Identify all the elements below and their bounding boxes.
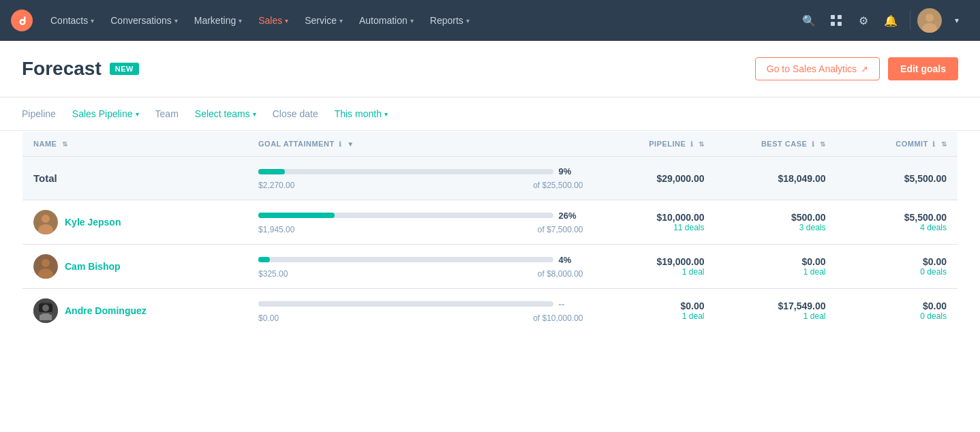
hubspot-logo[interactable] bbox=[11, 10, 33, 31]
table-row: Andre Dominguez -- $0.00 of $ bbox=[22, 289, 958, 333]
forecast-table-wrapper: NAME ⇅ GOAL ATTAINMENT ℹ ▼ PIPELINE ℹ ⇅ … bbox=[0, 131, 980, 355]
nav-item-marketing[interactable]: Marketing ▾ bbox=[187, 10, 249, 31]
chevron-down-icon: ▾ bbox=[285, 17, 288, 25]
total-goal-sub: $2,270.00 of $25,500.00 bbox=[258, 181, 583, 190]
cam-best-case-deals[interactable]: 1 deal bbox=[726, 267, 826, 277]
kyle-pipeline-value: $10,000.00 bbox=[605, 212, 705, 223]
page-title: Forecast bbox=[22, 58, 102, 80]
team-dropdown[interactable]: Select teams ▾ bbox=[195, 108, 256, 119]
grid-icon[interactable] bbox=[824, 8, 848, 33]
kyle-best-case-cell: $500.00 3 deals bbox=[716, 200, 837, 245]
nav-item-contacts[interactable]: Contacts ▾ bbox=[44, 10, 101, 31]
avatar bbox=[33, 210, 58, 234]
cam-pipeline-deals[interactable]: 1 deal bbox=[605, 267, 705, 277]
andre-best-case-cell: $17,549.00 1 deal bbox=[716, 289, 837, 333]
cam-pipeline-value: $19,000.00 bbox=[605, 256, 705, 267]
kyle-goal-bar-row: 26% bbox=[258, 211, 583, 221]
cam-goal-bar-row: 4% bbox=[258, 255, 583, 265]
chevron-down-icon: ▾ bbox=[239, 17, 242, 25]
page-title-area: Forecast NEW bbox=[22, 58, 139, 80]
kyle-pipeline-deals[interactable]: 11 deals bbox=[605, 223, 705, 232]
chevron-down-icon: ▾ bbox=[136, 110, 139, 118]
total-commit-value: $5,500.00 bbox=[847, 173, 947, 184]
svg-rect-15 bbox=[40, 303, 51, 304]
total-best-case-cell: $18,049.00 bbox=[716, 157, 837, 200]
user-menu-chevron[interactable]: ▾ bbox=[945, 8, 969, 33]
andre-pipeline-deals[interactable]: 1 deal bbox=[605, 311, 705, 321]
total-goal-bar-container bbox=[258, 169, 553, 174]
col-header-commit: COMMIT ℹ ⇅ bbox=[836, 132, 958, 157]
svg-rect-2 bbox=[838, 15, 842, 19]
total-commit-cell: $5,500.00 bbox=[836, 157, 958, 200]
chevron-down-icon: ▾ bbox=[174, 17, 178, 25]
kyle-commit-deals[interactable]: 4 deals bbox=[847, 223, 947, 232]
cam-goal-bar-fill bbox=[258, 257, 270, 262]
total-goal-pct: 9% bbox=[559, 166, 583, 176]
cam-best-case-value: $0.00 bbox=[726, 256, 826, 267]
close-date-dropdown[interactable]: This month ▾ bbox=[335, 108, 388, 119]
kyle-goal-sub: $1,945.00 of $7,500.00 bbox=[258, 225, 583, 234]
sort-icon[interactable]: ▼ bbox=[347, 140, 354, 148]
cam-commit-deals[interactable]: 0 deals bbox=[847, 267, 947, 277]
andre-pipeline-cell: $0.00 1 deal bbox=[594, 289, 716, 333]
avatar bbox=[33, 298, 58, 323]
nav-item-reports[interactable]: Reports ▾ bbox=[423, 10, 476, 31]
kyle-jepson-link[interactable]: Kyle Jepson bbox=[65, 217, 121, 228]
table-row: Cam Bishop 4% $325.00 of $8,0 bbox=[22, 245, 958, 289]
header-actions: Go to Sales Analytics ↗ Edit goals bbox=[755, 57, 958, 80]
total-goal-bar-track bbox=[258, 169, 553, 174]
andre-goal-sub: $0.00 of $10,000.00 bbox=[258, 313, 583, 323]
cam-bishop-link[interactable]: Cam Bishop bbox=[65, 261, 121, 272]
cam-goal-cell: 4% $325.00 of $8,000.00 bbox=[247, 245, 594, 289]
total-goal-cell: 9% $2,270.00 of $25,500.00 bbox=[247, 157, 594, 200]
andre-goal-bar-track bbox=[258, 301, 553, 307]
cam-name-cell: Cam Bishop bbox=[22, 245, 248, 289]
settings-icon[interactable]: ⚙ bbox=[851, 8, 876, 33]
go-to-sales-analytics-button[interactable]: Go to Sales Analytics ↗ bbox=[755, 57, 880, 80]
cam-goal-pct: 4% bbox=[559, 255, 583, 265]
andre-commit-deals[interactable]: 0 deals bbox=[847, 311, 947, 321]
cam-commit-cell: $0.00 0 deals bbox=[836, 245, 958, 289]
col-header-pipeline: PIPELINE ℹ ⇅ bbox=[594, 132, 716, 157]
info-icon[interactable]: ℹ bbox=[932, 140, 936, 148]
nav-item-sales[interactable]: Sales ▾ bbox=[251, 10, 295, 31]
info-icon[interactable]: ℹ bbox=[339, 140, 342, 148]
cam-commit-value: $0.00 bbox=[847, 256, 947, 267]
svg-point-17 bbox=[42, 305, 49, 311]
nav-icons: 🔍 ⚙ 🔔 ▾ bbox=[797, 8, 969, 33]
andre-goal-pct: -- bbox=[559, 299, 583, 309]
kyle-goal-bar-container bbox=[258, 213, 553, 218]
sort-icon[interactable]: ⇅ bbox=[820, 140, 826, 148]
pipeline-dropdown[interactable]: Sales Pipeline ▾ bbox=[72, 108, 139, 119]
svg-rect-1 bbox=[831, 15, 835, 19]
edit-goals-button[interactable]: Edit goals bbox=[888, 57, 958, 80]
andre-goal-bar-container bbox=[258, 301, 553, 307]
andre-dominguez-link[interactable]: Andre Dominguez bbox=[65, 305, 147, 316]
chevron-down-icon: ▾ bbox=[339, 17, 343, 25]
kyle-best-case-deals[interactable]: 3 deals bbox=[726, 223, 826, 232]
nav-item-service[interactable]: Service ▾ bbox=[298, 10, 350, 31]
table-header-row: NAME ⇅ GOAL ATTAINMENT ℹ ▼ PIPELINE ℹ ⇅ … bbox=[22, 132, 958, 157]
table-row: Kyle Jepson 26% $1,945.00 of bbox=[22, 200, 958, 245]
total-pipeline-value: $29,000.00 bbox=[605, 173, 705, 184]
andre-best-case-deals[interactable]: 1 deal bbox=[726, 311, 826, 321]
sort-icon[interactable]: ⇅ bbox=[941, 140, 947, 148]
svg-rect-4 bbox=[838, 22, 842, 26]
svg-rect-18 bbox=[42, 313, 50, 320]
sort-icon[interactable]: ⇅ bbox=[62, 140, 68, 148]
avatar[interactable] bbox=[917, 8, 942, 33]
search-icon[interactable]: 🔍 bbox=[797, 8, 821, 33]
nav-item-conversations[interactable]: Conversations ▾ bbox=[104, 10, 185, 31]
chevron-down-icon: ▾ bbox=[253, 110, 256, 118]
col-header-best-case: BEST CASE ℹ ⇅ bbox=[716, 132, 837, 157]
kyle-commit-value: $5,500.00 bbox=[847, 212, 947, 223]
sort-icon[interactable]: ⇅ bbox=[699, 140, 705, 148]
kyle-pipeline-cell: $10,000.00 11 deals bbox=[594, 200, 716, 245]
bell-icon[interactable]: 🔔 bbox=[878, 8, 903, 33]
info-icon[interactable]: ℹ bbox=[812, 140, 815, 148]
team-label: Team bbox=[155, 108, 179, 119]
svg-point-12 bbox=[42, 259, 50, 267]
andre-best-case-value: $17,549.00 bbox=[726, 300, 826, 311]
nav-item-automation[interactable]: Automation ▾ bbox=[352, 10, 420, 31]
info-icon[interactable]: ℹ bbox=[690, 140, 694, 148]
